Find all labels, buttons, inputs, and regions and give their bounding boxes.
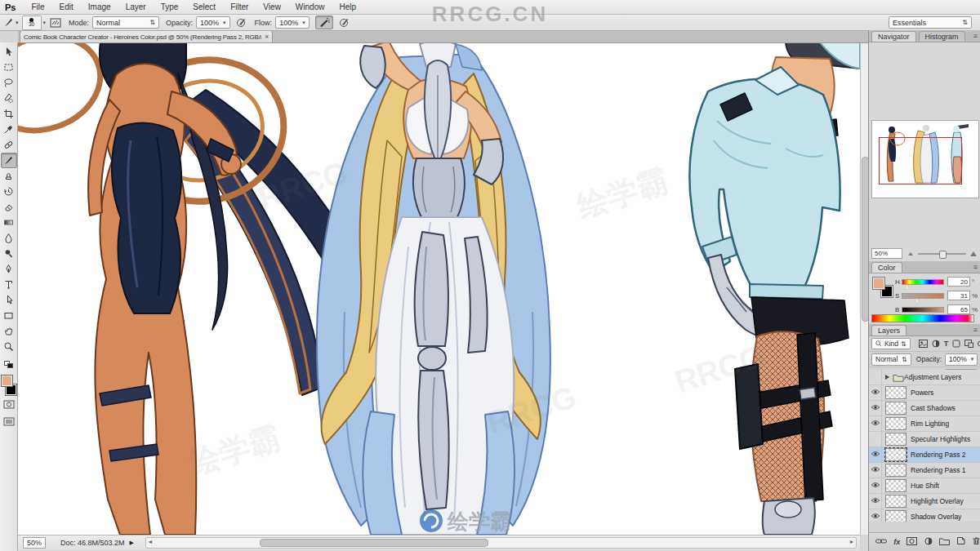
delete-layer-icon[interactable] — [972, 536, 980, 547]
menu-view[interactable]: View — [256, 2, 288, 11]
default-colors-icon[interactable] — [4, 358, 14, 372]
layer-row[interactable]: Highlight Overlay — [869, 494, 980, 509]
navigator-preview[interactable] — [871, 120, 979, 198]
dodge-tool[interactable] — [1, 246, 17, 261]
opacity-select[interactable]: 100%▾ — [196, 16, 230, 29]
gradient-tool[interactable] — [1, 215, 17, 230]
tablet-pressure-opacity-icon[interactable] — [235, 16, 248, 29]
navigator-zoom-field[interactable]: 50% — [871, 248, 902, 259]
status-flyout-icon[interactable]: ▶ — [130, 540, 134, 546]
layer-row-group[interactable]: Adjustment Layers — [869, 370, 980, 385]
filter-shape-layers-icon[interactable] — [952, 340, 960, 348]
visibility-toggle[interactable] — [871, 513, 880, 521]
group-expand-icon[interactable] — [885, 375, 889, 380]
filter-pixel-layers-icon[interactable] — [919, 340, 928, 348]
layer-thumbnail[interactable] — [885, 402, 906, 415]
menu-type[interactable]: Type — [154, 2, 186, 11]
blur-tool[interactable] — [1, 230, 17, 246]
screen-mode-icon[interactable] — [3, 415, 15, 429]
horizontal-scrollbar[interactable]: ◄ ► — [145, 537, 857, 549]
flow-select[interactable]: 100%▾ — [275, 16, 310, 29]
link-layers-icon[interactable] — [875, 537, 887, 547]
horizontal-scrollbar-thumb[interactable] — [260, 539, 488, 547]
navigator-zoom-slider-thumb[interactable] — [939, 251, 947, 259]
tab-color[interactable]: Color — [871, 262, 902, 273]
panel-menu-icon[interactable]: ≡ — [973, 326, 978, 334]
marquee-tool[interactable] — [1, 60, 17, 75]
canvas[interactable]: RRCG 绘学霸 RRCG 绘学霸 RRCG 绘学霸 — [18, 42, 860, 535]
visibility-toggle[interactable] — [871, 404, 880, 412]
hue-slider[interactable] — [902, 279, 944, 285]
quick-mask-icon[interactable] — [3, 398, 15, 412]
layer-thumbnail[interactable] — [885, 464, 906, 477]
tab-histogram[interactable]: Histogram — [919, 31, 965, 42]
tablet-pressure-size-icon[interactable] — [338, 16, 351, 29]
close-document-icon[interactable]: × — [265, 33, 269, 41]
tab-navigator[interactable]: Navigator — [871, 31, 916, 42]
move-tool[interactable] — [1, 44, 17, 60]
visibility-toggle[interactable] — [871, 482, 880, 490]
menu-select[interactable]: Select — [185, 2, 223, 11]
menu-image[interactable]: Image — [81, 2, 118, 11]
navigator-view-box[interactable] — [879, 137, 962, 184]
layer-opacity-select[interactable]: 100%▾ — [945, 353, 978, 366]
menu-layer[interactable]: Layer — [118, 2, 154, 11]
layer-filter-select[interactable]: Kind ⇅ — [871, 338, 911, 349]
saturation-slider[interactable] — [902, 293, 944, 299]
brush-tool[interactable] — [1, 153, 17, 168]
menu-edit[interactable]: Edit — [52, 2, 81, 11]
zoom-in-icon[interactable] — [970, 251, 977, 256]
filter-type-layers-icon[interactable]: T — [944, 340, 949, 348]
menu-filter[interactable]: Filter — [223, 2, 256, 11]
layer-row[interactable]: Shadow Overlay — [869, 509, 980, 522]
blend-mode-select[interactable]: Normal⇅ — [92, 16, 159, 29]
visibility-toggle[interactable] — [871, 435, 880, 443]
visibility-toggle[interactable] — [871, 466, 880, 474]
layer-row[interactable]: Powers — [869, 385, 980, 401]
workspace-switcher[interactable]: Essentials⇅ — [889, 16, 972, 29]
brightness-value-field[interactable]: 65 — [947, 304, 970, 314]
shape-tool[interactable] — [1, 308, 17, 323]
new-group-icon[interactable] — [939, 537, 950, 547]
menu-window[interactable]: Window — [288, 2, 332, 11]
healing-brush-tool[interactable] — [1, 137, 17, 153]
new-layer-icon[interactable] — [956, 536, 965, 547]
zoom-tool[interactable] — [1, 339, 17, 354]
color-spectrum-bar[interactable] — [871, 314, 974, 322]
layer-row[interactable]: Cast Shadows — [869, 401, 980, 416]
filter-smart-objects-icon[interactable] — [964, 340, 973, 348]
layer-blend-mode-select[interactable]: Normal⇅ — [871, 353, 911, 366]
layer-row[interactable]: Hue Shift — [869, 478, 980, 494]
layer-thumbnail[interactable] — [885, 448, 906, 461]
foreground-color-swatch[interactable] — [1, 375, 13, 387]
layer-thumbnail[interactable] — [885, 417, 906, 430]
add-layer-mask-icon[interactable] — [906, 537, 917, 547]
panel-menu-icon[interactable]: ≡ — [973, 32, 978, 40]
filter-adjustment-layers-icon[interactable] — [932, 340, 940, 348]
layer-thumbnail[interactable] — [885, 433, 906, 446]
tab-layers[interactable]: Layers — [871, 325, 906, 335]
hand-tool[interactable] — [1, 323, 17, 339]
quick-selection-tool[interactable] — [1, 91, 17, 106]
visibility-toggle[interactable] — [871, 420, 880, 428]
brush-preset-picker[interactable]: 30 — [22, 16, 42, 30]
toggle-brush-panel-icon[interactable] — [49, 16, 62, 29]
navigator-zoom-slider[interactable] — [918, 253, 966, 255]
saturation-value-field[interactable]: 31 — [947, 291, 970, 300]
layer-thumbnail[interactable] — [885, 386, 906, 399]
brightness-slider[interactable] — [902, 307, 944, 313]
visibility-toggle[interactable] — [871, 451, 880, 459]
layer-row[interactable]: Rim Lighting — [869, 416, 980, 432]
path-selection-tool[interactable] — [1, 292, 17, 308]
layer-thumbnail[interactable] — [885, 495, 906, 508]
menu-help[interactable]: Help — [332, 2, 363, 11]
layer-style-icon[interactable]: fx — [893, 538, 900, 546]
layer-thumbnail[interactable] — [885, 479, 906, 492]
zoom-out-icon[interactable] — [908, 251, 913, 255]
lasso-tool[interactable] — [1, 75, 17, 91]
clone-stamp-tool[interactable] — [1, 168, 17, 184]
history-brush-tool[interactable] — [1, 184, 17, 199]
eraser-tool[interactable] — [1, 199, 17, 215]
visibility-toggle[interactable] — [871, 389, 880, 397]
scroll-left-icon[interactable]: ◄ — [146, 538, 154, 546]
